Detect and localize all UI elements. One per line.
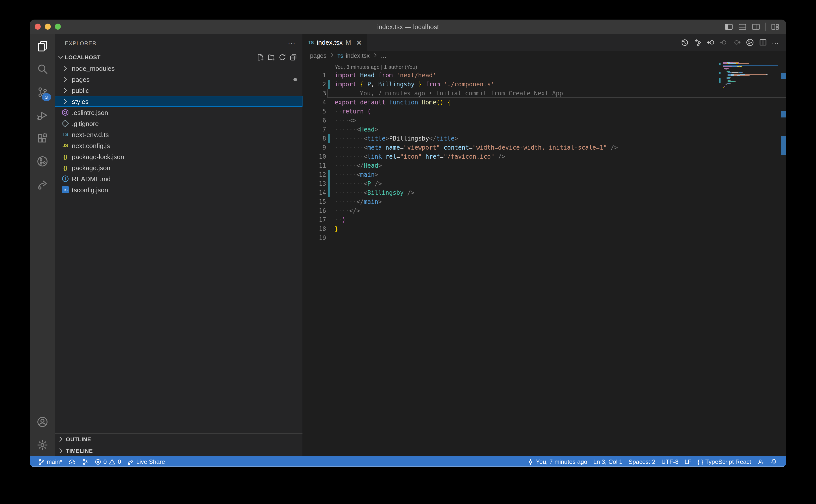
code-line-18[interactable]: 18} [303,224,786,233]
tree-item-tsconfig.json[interactable]: TStsconfig.json [55,184,303,195]
customize-layout-icon[interactable] [771,22,779,31]
chevron-right-icon [61,97,69,105]
status-item-cursor-position[interactable]: Ln 3, Col 1 [590,456,626,467]
status-item-publish[interactable] [65,456,78,467]
sidebar-section-outline[interactable]: OUTLINE [55,433,303,445]
line-number: 17 [303,215,326,224]
layout-panel-icon[interactable] [738,22,747,31]
tree-item-next-env.d.ts[interactable]: TSnext-env.d.ts [55,129,303,140]
code-line-8[interactable]: 8········<title>PBillingsby</title> [303,134,786,143]
close-tab-icon[interactable]: ✕ [356,38,362,46]
code-line-3[interactable]: 3You, 7 minutes ago • Initial commit fro… [303,89,786,98]
activity-bar-item-source-control[interactable]: 3 [30,80,55,103]
code-line-11[interactable]: 11······</Head> [303,161,786,170]
status-item-language-mode[interactable]: { }TypeScript React [695,456,754,467]
breadcrumb-item[interactable]: pages [310,52,326,59]
tree-item-package.json[interactable]: {}package.json [55,162,303,173]
tab-bar: TS index.tsx M ✕ ··· [303,34,786,51]
zoom-window-button[interactable] [55,24,61,30]
sidebar-section-timeline[interactable]: TIMELINE [55,445,303,456]
new-file-icon[interactable] [256,53,264,61]
activity-bar-item-run-debug[interactable] [30,103,55,127]
code-editor[interactable]: You, 3 minutes ago | 1 author (You) 1imp… [303,61,786,456]
status-item-blame[interactable]: You, 7 minutes ago [524,456,590,467]
tsconfig-icon: TS [61,186,69,194]
layout-sidebar-right-icon[interactable] [752,22,760,31]
code-line-12[interactable]: 12······<main> [303,170,786,179]
code-line-19[interactable]: 19 [303,233,786,242]
activity-bar-item-extensions[interactable] [30,127,55,150]
tab-modified-badge: M [346,39,351,46]
activity-bar-item-accounts[interactable] [30,410,55,433]
activity-bar-item-explorer[interactable] [30,34,55,57]
status-item-notifications[interactable] [767,456,780,467]
tree-item-README.md[interactable]: README.md [55,173,303,184]
activity-bar-item-remote-explorer[interactable] [30,150,55,173]
code-line-15[interactable]: 15······</main> [303,197,786,206]
status-item-label: 0 [118,458,121,465]
status-item-git-graph[interactable] [78,456,91,467]
views-more-actions-icon[interactable]: ··· [288,41,296,45]
code-line-2[interactable]: 2import { P, Billingsby } from './compon… [303,80,786,89]
code-line-6[interactable]: 6····<> [303,116,786,125]
tree-item-.gitignore[interactable]: .gitignore [55,118,303,129]
open-changes-icon[interactable] [707,38,715,47]
code-line-16[interactable]: 16····</> [303,206,786,215]
split-editor-icon[interactable] [759,38,767,47]
history-icon[interactable] [680,38,689,47]
tree-item-package-lock.json[interactable]: {}package-lock.json [55,151,303,162]
layout-sidebar-icon[interactable] [725,22,733,31]
code-line-10[interactable]: 10········<link rel="icon" href="/favico… [303,152,786,161]
status-item-live-share[interactable]: Live Share [124,456,168,467]
more-icon[interactable]: ··· [772,38,780,47]
gitlens-icon[interactable] [746,38,754,47]
close-window-button[interactable] [35,24,41,30]
screenshot-stage: index.tsx — localhost 3 EXPLORER ··· LOC… [0,0,816,504]
previous-change-icon[interactable] [720,38,728,47]
code-line-9[interactable]: 9········<meta name="viewport" content="… [303,143,786,152]
status-item-label: TypeScript React [705,458,751,465]
new-folder-icon[interactable] [267,53,275,61]
status-item-problems[interactable]: 00 [91,456,124,467]
status-item-label: main* [47,458,62,465]
code-line-1[interactable]: 1import Head from 'next/head' [303,71,786,80]
tree-item-.eslintrc.json[interactable]: .eslintrc.json [55,107,303,118]
code-line-4[interactable]: 4export default function Home() { [303,98,786,107]
minimize-window-button[interactable] [45,24,51,30]
activity-bar-item-settings[interactable] [30,433,55,456]
activity-bar-item-search[interactable] [30,57,55,80]
bell-icon [770,458,777,465]
status-item-encoding[interactable]: UTF-8 [659,456,682,467]
code-line-17[interactable]: 17··) [303,215,786,224]
compare-changes-icon[interactable] [693,38,702,47]
code-line-13[interactable]: 13········<P /> [303,179,786,188]
tree-item-public[interactable]: public [55,85,303,96]
tree-item-pages[interactable]: pages [55,74,303,85]
refresh-icon[interactable] [278,53,287,61]
tree-item-styles[interactable]: styles [55,96,303,107]
code-line-5[interactable]: 5··return ( [303,107,786,116]
commit-icon [527,458,534,465]
code-line-14[interactable]: 14········<Billingsby /> [303,188,786,197]
status-bar-right: You, 7 minutes agoLn 3, Col 1Spaces: 2UT… [524,456,786,467]
overview-ruler-decoration [781,136,786,155]
minimap[interactable] [723,62,779,90]
status-item-indentation[interactable]: Spaces: 2 [626,456,659,467]
collapse-all-icon[interactable] [290,53,298,61]
status-item-feedback[interactable] [754,456,767,467]
activity-bar: 3 [30,34,55,456]
status-item-eol[interactable]: LF [682,456,695,467]
codelens-annotation[interactable]: You, 3 minutes ago | 1 author (You) [303,62,786,71]
tree-item-next.config.js[interactable]: JSnext.config.js [55,140,303,151]
code-line-7[interactable]: 7······<Head> [303,125,786,134]
line-number: 6 [303,116,326,125]
tab-index-tsx[interactable]: TS index.tsx M ✕ [303,34,368,51]
next-change-icon[interactable] [733,38,741,47]
status-item-branch[interactable]: main* [35,456,65,467]
tree-item-node-modules[interactable]: node_modules [55,63,303,74]
breadcrumb-item[interactable]: index.tsx [346,52,370,59]
search-icon [36,63,48,75]
workspace-section-header[interactable]: LOCALHOST [55,52,303,63]
activity-bar-item-live-share[interactable] [30,173,55,196]
breadcrumb-item[interactable]: … [381,52,387,59]
